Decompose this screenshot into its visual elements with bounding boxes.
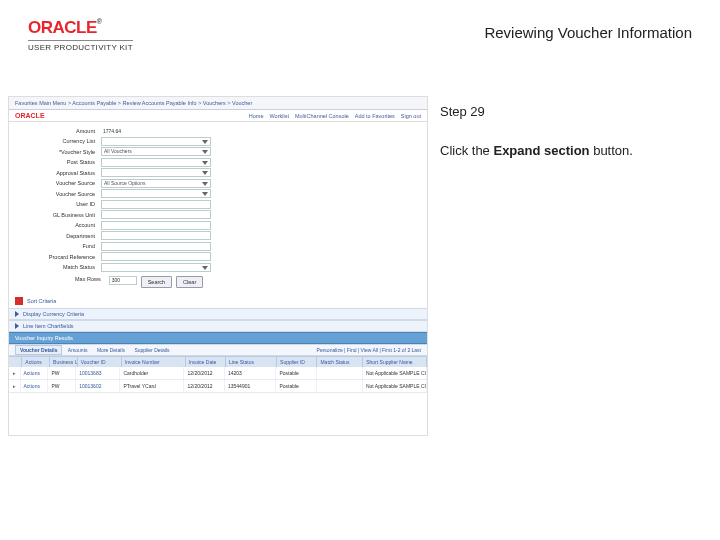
page-title: Reviewing Voucher Information [484, 24, 692, 41]
lbl-procard: Procard Reference [15, 254, 101, 260]
lbl-currency: Currency List [15, 138, 101, 144]
sel-appr[interactable] [101, 168, 211, 177]
input-dept[interactable] [101, 231, 211, 240]
brand-block: ORACLE® USER PRODUCTIVITY KIT [28, 18, 133, 52]
link-home[interactable]: Home [249, 113, 264, 119]
oracle-logo-small: ORACLE [15, 112, 45, 119]
lbl-acct: Account [15, 222, 101, 228]
lbl-match: Match Status [15, 264, 101, 270]
sel-vsrc1[interactable]: All Source Options [101, 179, 211, 188]
link-worklist[interactable]: Worklist [269, 113, 288, 119]
lbl-fund: Fund [15, 243, 101, 249]
lbl-maxrows: Max Rows [75, 276, 105, 288]
grid-toolbar: Voucher Details Amounts More Details Sup… [9, 344, 427, 356]
tab-amounts[interactable]: Amounts [64, 346, 92, 354]
sel-vsrc2[interactable] [101, 189, 211, 198]
grid-personalize[interactable]: Personalize | Find | View All | [317, 347, 383, 353]
lbl-glbu: GL Business Unit [15, 212, 101, 218]
lbl-appr: Approval Status [15, 170, 101, 176]
link-signout[interactable]: Sign out [401, 113, 421, 119]
search-button[interactable]: Search [141, 276, 172, 288]
sel-match[interactable] [101, 263, 211, 272]
input-user[interactable] [101, 200, 211, 209]
display-currency-band[interactable]: Display Currency Criteria [9, 308, 427, 320]
instruction-panel: Step 29 Click the Expand section button. [440, 96, 633, 158]
row-actions[interactable]: Actions [21, 367, 49, 379]
expand-section-button[interactable] [15, 297, 23, 305]
search-form: Amount1774.64 Currency List *Voucher Sty… [9, 122, 427, 294]
grid-paging[interactable]: First 1-2 of 2 Last [382, 347, 421, 353]
expand-icon [15, 311, 19, 317]
row-actions[interactable]: Actions [21, 380, 49, 392]
table-row: ▸ Actions PW 10013683 Cardholder 12/20/2… [9, 367, 427, 380]
oracle-logo: ORACLE® [28, 18, 133, 38]
link-mcc[interactable]: MultiChannel Console [295, 113, 349, 119]
grid-title: Voucher Inquiry Results [9, 332, 427, 344]
lbl-vstyle: *Voucher Style [15, 149, 101, 155]
sel-currency[interactable] [101, 137, 211, 146]
lbl-user: User ID [15, 201, 101, 207]
instruction-text: Click the Expand section button. [440, 143, 633, 158]
lbl-amount: Amount [15, 128, 101, 134]
table-row: ▸ Actions PW 10013602 PTravel YCard 12/2… [9, 380, 427, 393]
step-label: Step 29 [440, 104, 633, 119]
lbl-post: Post Status [15, 159, 101, 165]
lbl-vsrc1: Voucher Source [15, 180, 101, 186]
val-amount: 1774.64 [101, 126, 211, 135]
expand-row-icon[interactable]: ▸ [9, 367, 21, 379]
link-fav[interactable]: Add to Favorites [355, 113, 395, 119]
lbl-dept: Department [15, 233, 101, 239]
sort-criteria-label: Sort Criteria [27, 298, 56, 304]
subbrand: USER PRODUCTIVITY KIT [28, 40, 133, 52]
input-maxrows[interactable]: 300 [109, 276, 137, 285]
expand-icon [15, 323, 19, 329]
top-links: Home Worklist MultiChannel Console Add t… [249, 113, 421, 119]
lbl-vsrc2: Voucher Source [15, 191, 101, 197]
app-screenshot: Favorites Main Menu > Accounts Payable >… [8, 96, 428, 436]
tab-supplier[interactable]: Supplier Details [130, 346, 173, 354]
input-glbu[interactable] [101, 210, 211, 219]
clear-button[interactable]: Clear [176, 276, 203, 288]
input-fund[interactable] [101, 242, 211, 251]
expand-row-icon[interactable]: ▸ [9, 380, 21, 392]
tab-more[interactable]: More Details [93, 346, 129, 354]
breadcrumb: Favorites Main Menu > Accounts Payable >… [9, 97, 427, 110]
input-acct[interactable] [101, 221, 211, 230]
grid-columns: Actions Business Unit Voucher ID Invoice… [9, 356, 427, 367]
tab-voucher-details[interactable]: Voucher Details [15, 345, 62, 355]
input-procard[interactable] [101, 252, 211, 261]
sel-post[interactable] [101, 158, 211, 167]
chartfields-band[interactable]: Line Item Chartfields [9, 320, 427, 332]
sel-vstyle[interactable]: All Vouchers [101, 147, 211, 156]
